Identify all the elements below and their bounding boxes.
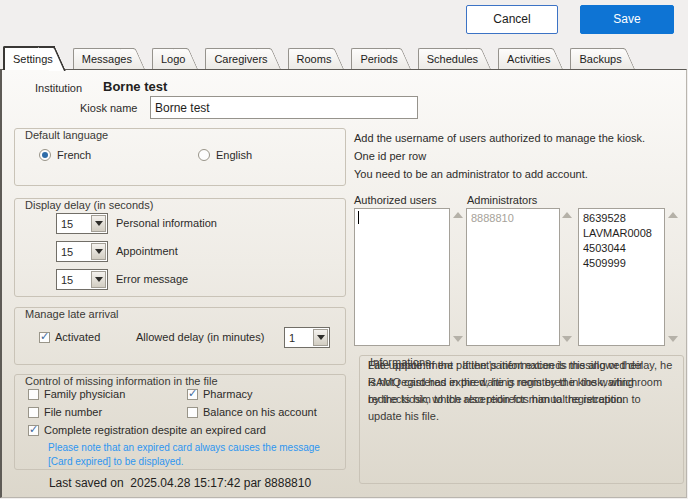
tab-periods[interactable]: Periods — [351, 48, 399, 69]
missing-info-group: Control of missing information in the fi… — [14, 374, 346, 470]
scroll-up-icon[interactable] — [562, 212, 572, 218]
extra-administrators-textarea[interactable]: 8639528 LAVMAR0008 4503044 4509999 — [578, 208, 665, 346]
chevron-down-icon[interactable] — [313, 329, 328, 346]
chevron-down-icon[interactable] — [91, 271, 106, 288]
error-message-delay-value: 15 — [61, 274, 73, 286]
scroll-down-icon[interactable] — [668, 336, 678, 342]
appointment-delay-value: 15 — [61, 246, 73, 258]
kiosk-name-input[interactable] — [150, 96, 418, 119]
institution-value: Borne test — [103, 79, 167, 94]
chevron-down-icon[interactable] — [91, 243, 106, 260]
personal-information-delay-select[interactable]: 15 — [56, 213, 108, 234]
display-delay-title: Display delay (in seconds) — [21, 199, 157, 211]
allowed-delay-select[interactable]: 1 — [284, 327, 330, 348]
file-number-label: File number — [44, 406, 102, 418]
tab-rooms[interactable]: Rooms — [288, 48, 334, 69]
tab-label: Logo — [161, 53, 185, 65]
authorized-users-textarea[interactable] — [354, 208, 450, 346]
scroll-down-icon[interactable] — [453, 336, 463, 342]
tab-label: Rooms — [297, 53, 332, 65]
tab-logo[interactable]: Logo — [152, 48, 187, 69]
french-radio[interactable] — [39, 149, 51, 161]
tab-label: Messages — [82, 53, 132, 65]
tab-label: Schedules — [427, 53, 478, 65]
personal-information-delay-label: Personal information — [116, 217, 217, 229]
users-intro-line3: You need to be an administrator to add a… — [354, 168, 588, 180]
appointment-delay-select[interactable]: 15 — [56, 241, 108, 262]
personal-information-delay-value: 15 — [61, 218, 73, 230]
tab-label: Activities — [507, 53, 550, 65]
tab-label: Settings — [13, 53, 53, 65]
english-radio[interactable] — [198, 149, 210, 161]
tab-backups[interactable]: Backups — [570, 48, 623, 69]
activated-checkbox-label: Activated — [55, 331, 100, 343]
chevron-down-icon[interactable] — [91, 215, 106, 232]
tab-messages[interactable]: Messages — [73, 48, 134, 69]
scroll-up-icon[interactable] — [668, 212, 678, 218]
error-message-delay-select[interactable]: 15 — [56, 269, 108, 290]
tab-label: Backups — [579, 53, 621, 65]
appointment-delay-label: Appointment — [116, 245, 178, 257]
error-message-delay-label: Error message — [116, 273, 188, 285]
french-radio-label: French — [57, 149, 91, 161]
late-arrival-title: Manage late arrival — [21, 308, 123, 320]
scroll-up-icon[interactable] — [453, 212, 463, 218]
family-physician-label: Family physician — [44, 388, 125, 400]
settings-tab-page: Institution Borne test Kiosk name Defaul… — [0, 69, 687, 498]
file-number-checkbox[interactable] — [28, 407, 39, 418]
informations-group: Informations Late appointment : If the p… — [359, 355, 684, 484]
allowed-delay-label: Allowed delay (in minutes) — [136, 331, 264, 343]
english-radio-label: English — [216, 149, 252, 161]
authorized-users-label: Authorized users — [354, 194, 437, 206]
expired-card-label: Complete registration despite an expired… — [44, 424, 266, 436]
display-delay-group: Display delay (in seconds) 15 Personal i… — [14, 198, 346, 297]
pharmacy-checkbox[interactable] — [187, 389, 198, 400]
default-language-title: Default language — [21, 129, 112, 141]
allowed-delay-value: 1 — [289, 332, 295, 344]
tab-caregivers[interactable]: Caregivers — [205, 48, 269, 69]
kiosk-settings-window: Cancel Save Settings Messages Logo Careg… — [0, 0, 688, 499]
scroll-down-icon[interactable] — [562, 336, 572, 342]
tab-bar: Settings Messages Logo Caregivers Rooms … — [0, 45, 688, 69]
save-button[interactable]: Save — [580, 5, 674, 34]
users-intro-line1: Add the username of users authorized to … — [354, 132, 645, 144]
administrators-label: Administrators — [467, 194, 537, 206]
tab-label: Periods — [360, 53, 397, 65]
kiosk-name-label: Kiosk name — [80, 102, 137, 114]
balance-label: Balance on his account — [203, 406, 317, 418]
balance-checkbox[interactable] — [187, 407, 198, 418]
tab-activities[interactable]: Activities — [498, 48, 552, 69]
default-language-group: Default language French English — [14, 128, 346, 186]
pharmacy-label: Pharmacy — [203, 388, 253, 400]
administrators-textarea[interactable]: 8888810 — [466, 208, 560, 346]
tab-label: Caregivers — [214, 53, 267, 65]
expired-card-note: Please note that an expired card always … — [48, 441, 326, 468]
file-update-paragraph: File update: If the patient's informatio… — [368, 357, 676, 425]
institution-label: Institution — [35, 82, 82, 94]
activated-checkbox[interactable] — [39, 332, 50, 343]
last-saved-status: Last saved on 2025.04.28 15:17:42 par 88… — [14, 476, 346, 490]
cancel-button[interactable]: Cancel — [466, 5, 558, 34]
tab-settings[interactable]: Settings — [3, 46, 55, 70]
expired-card-checkbox[interactable] — [28, 425, 39, 436]
missing-info-title: Control of missing information in the fi… — [21, 375, 222, 387]
text-caret — [358, 211, 359, 224]
tab-schedules[interactable]: Schedules — [418, 48, 480, 69]
family-physician-checkbox[interactable] — [28, 389, 39, 400]
late-arrival-group: Manage late arrival Activated Allowed de… — [14, 307, 346, 365]
users-intro-line2: One id per row — [354, 150, 426, 162]
